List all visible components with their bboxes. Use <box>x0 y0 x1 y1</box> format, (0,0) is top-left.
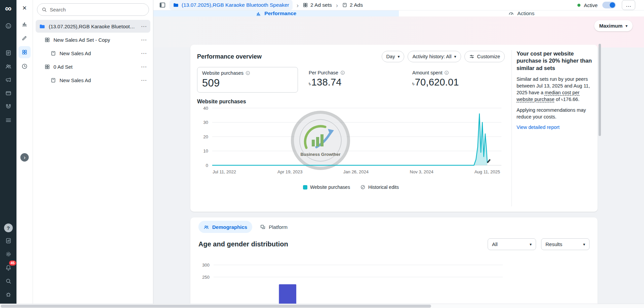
metric-website-purchases[interactable]: Website purchases 509 <box>197 67 298 93</box>
tree-row-adset[interactable]: 0 Ad Set ⋯ <box>41 60 150 73</box>
performance-overview-title: Performance overview <box>197 53 262 60</box>
campaign-label: (13.07.2025),RGB Karaoke Bluetooth S... <box>49 24 138 29</box>
notifications-bell-icon[interactable]: 45 <box>3 262 14 274</box>
tree-row-adset[interactable]: New Sales Ad Set - Copy ⋯ <box>41 33 150 46</box>
demographics-card: Demographics Platform Age and gender dis… <box>190 217 598 308</box>
ads-megaphone-icon[interactable] <box>3 74 14 86</box>
svg-text:0: 0 <box>206 163 208 168</box>
breadcrumb-ads-label: 2 Ads <box>350 2 363 8</box>
tab-performance-label: Performance <box>264 10 296 16</box>
chevron-right-icon: › <box>335 2 339 8</box>
tree-row-campaign[interactable]: (13.07.2025),RGB Karaoke Bluetooth S... … <box>36 20 150 33</box>
website-purchases-line-chart: 010203040 <box>197 105 501 184</box>
search-input[interactable] <box>50 7 145 12</box>
toggle-knob <box>610 2 615 8</box>
audiences-people-icon[interactable] <box>3 60 14 72</box>
meta-logo[interactable]: ∞ <box>5 4 11 13</box>
svg-text:250: 250 <box>202 275 210 280</box>
active-toggle[interactable] <box>602 2 616 8</box>
tab-actions[interactable]: Actions <box>399 10 644 16</box>
adset-grid-icon <box>44 64 50 70</box>
breadcrumb-ads[interactable]: 2 Ads <box>342 2 363 8</box>
breadcrumb-campaign-label: (13.07.2025),RGB Karaoke Bluetooth Speak… <box>182 2 289 8</box>
svg-text:300: 300 <box>202 263 210 268</box>
row-more-icon[interactable]: ⋯ <box>141 50 147 57</box>
reports-file-icon[interactable] <box>3 235 14 247</box>
search-rail-icon[interactable] <box>3 275 14 287</box>
filter-results-dropdown[interactable]: Results ▾ <box>541 238 590 250</box>
activity-history-dropdown[interactable]: Activity history: All ▾ <box>408 51 461 62</box>
bug-report-icon[interactable] <box>3 288 14 301</box>
sidebar-search[interactable] <box>37 3 149 16</box>
tree-row-ad[interactable]: New Sales Ad ⋯ <box>47 74 150 87</box>
svg-text:Jan 26, 2024: Jan 26, 2024 <box>343 169 369 174</box>
active-status-dot <box>577 4 580 7</box>
metrics-row: Website purchases 509 Per Purchase <box>197 67 505 93</box>
svg-text:10: 10 <box>203 148 208 153</box>
caret-down-icon: ▾ <box>530 242 532 247</box>
tab-performance[interactable]: Performance <box>153 10 399 16</box>
all-tools-menu-icon[interactable] <box>3 114 14 126</box>
metric-amount-spent[interactable]: Amount spent ৳70,620.01 <box>408 67 464 93</box>
sliders-icon <box>469 54 475 59</box>
maximum-label: Maximum <box>599 23 622 29</box>
magnet-tool-icon[interactable] <box>3 101 14 113</box>
row-more-icon[interactable]: ⋯ <box>141 23 147 30</box>
chevron-right-icon: › <box>296 2 299 8</box>
settings-gear-icon[interactable] <box>3 248 14 260</box>
horizontal-scrollbar-thumb[interactable] <box>1 305 431 308</box>
info-icon[interactable] <box>340 70 345 75</box>
tab-actions-label: Actions <box>517 10 534 16</box>
recommendation-body: Similar ad sets run by your peers betwee… <box>517 76 592 103</box>
adsets-grid-icon <box>303 2 308 8</box>
charts-tool-icon[interactable] <box>18 18 31 30</box>
caret-down-icon: ▾ <box>397 54 400 59</box>
performance-chart-icon <box>256 11 261 16</box>
info-icon[interactable] <box>444 70 449 75</box>
history-clock-icon[interactable] <box>18 60 31 72</box>
breakdown-tabs: Demographics Platform <box>198 221 590 233</box>
svg-text:Nov 3, 2024: Nov 3, 2024 <box>410 169 433 174</box>
metric-per-purchase[interactable]: Per Purchase ৳138.74 <box>304 67 408 93</box>
maximum-dropdown[interactable]: Maximum ▾ <box>594 20 633 31</box>
edit-pencil-icon[interactable] <box>18 32 31 44</box>
panel-toggle-icon[interactable] <box>159 1 166 9</box>
legend-historical-edits[interactable]: Historical edits <box>360 184 399 190</box>
expand-panel-button[interactable]: › <box>21 153 29 162</box>
row-more-icon[interactable]: ⋯ <box>141 77 147 84</box>
search-icon <box>41 7 47 12</box>
status-label: Active <box>584 2 598 8</box>
more-options-button[interactable]: … <box>622 0 635 10</box>
billing-card-icon[interactable] <box>3 87 14 99</box>
notes-document-icon[interactable] <box>3 47 14 59</box>
folder-icon <box>39 23 45 30</box>
breadcrumb-adsets-label: 2 Ad sets <box>310 2 332 8</box>
vertical-scrollbar[interactable] <box>599 44 601 136</box>
help-icon[interactable]: ? <box>4 224 13 232</box>
table-view-icon[interactable] <box>18 46 31 58</box>
breadcrumb-campaign[interactable]: (13.07.2025),RGB Karaoke Bluetooth Speak… <box>169 0 293 10</box>
close-icon[interactable]: × <box>23 3 27 13</box>
ad-file-icon <box>50 50 56 56</box>
account-overview-icon[interactable] <box>3 20 14 32</box>
customize-button[interactable]: Customize <box>464 51 505 62</box>
tree-row-ad[interactable]: New Sales Ad ⋯ <box>47 47 150 60</box>
tab-platform[interactable]: Platform <box>255 221 293 233</box>
svg-text:30: 30 <box>203 120 208 125</box>
view-detailed-report-link[interactable]: View detailed report <box>517 125 560 130</box>
historical-edits-icon <box>360 184 366 190</box>
legend-website-purchases[interactable]: Website purchases <box>303 184 350 190</box>
day-dropdown[interactable]: Day ▾ <box>382 51 405 62</box>
adset-label: 0 Ad Set <box>53 64 73 70</box>
breadcrumb-adsets[interactable]: 2 Ad sets <box>303 2 332 8</box>
chart-legend: Website purchases Historical edits <box>197 184 505 190</box>
metric-value: 509 <box>202 77 293 89</box>
cards-container: Performance overview Day ▾ Activity hist… <box>190 45 598 308</box>
horizontal-scrollbar[interactable] <box>0 304 644 308</box>
row-more-icon[interactable]: ⋯ <box>141 63 147 70</box>
filter-all-dropdown[interactable]: All ▾ <box>488 238 536 250</box>
demographics-filters: All ▾ Results ▾ <box>488 238 590 250</box>
row-more-icon[interactable]: ⋯ <box>141 36 147 43</box>
info-icon[interactable] <box>245 71 250 75</box>
tab-demographics[interactable]: Demographics <box>198 221 252 233</box>
